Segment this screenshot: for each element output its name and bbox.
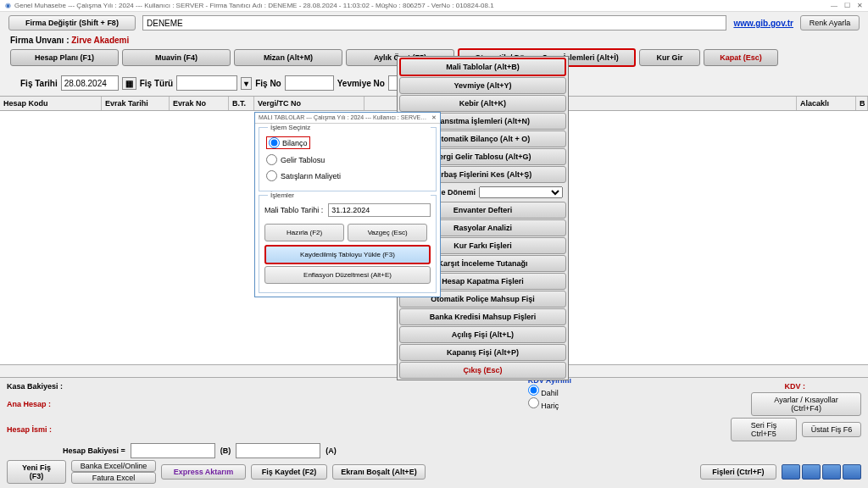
- satis-label: Satışların Maliyeti: [281, 172, 341, 180]
- bilanco-label: Bilanço: [282, 139, 308, 147]
- modal-title-bar: MALİ TABLOLAR --- Çalışma Yılı : 2024 --…: [255, 113, 440, 124]
- hesap-bakiyesi-b-input[interactable]: [131, 443, 215, 458]
- modal-title-text: MALİ TABLOLAR --- Çalışma Yılı : 2024 --…: [259, 114, 428, 121]
- vazgec-button[interactable]: Vazgeç (Esc): [348, 224, 427, 241]
- hesap-ismi-label: Hesap İsmi :: [7, 425, 52, 434]
- fis-kaydet-button[interactable]: Fiş Kaydet (F2): [251, 464, 327, 480]
- dd-acilis[interactable]: Açılış Fişi (Alt+L): [399, 326, 566, 343]
- col-b: B: [856, 97, 868, 110]
- dd-beyanname-select[interactable]: [479, 186, 563, 198]
- close-icon[interactable]: ✕: [857, 2, 863, 9]
- islem-seciniz-legend: İşlem Seçiniz: [268, 124, 431, 131]
- kur-gir-button[interactable]: Kur Gir: [639, 49, 700, 66]
- ana-hesap-label: Ana Hesap :: [7, 400, 51, 408]
- a-paren: (A): [326, 446, 337, 455]
- col-evrak-tarihi: Evrak Tarihi: [102, 97, 170, 110]
- dd-kapanis[interactable]: Kapanış Fişi (Alt+P): [399, 344, 566, 361]
- dd-yevmiye[interactable]: Yevmiye (Alt+Y): [399, 77, 566, 94]
- kdv-dahil-row[interactable]: Dahil: [528, 389, 559, 397]
- gib-link[interactable]: www.gib.gov.tr: [733, 19, 793, 28]
- bottom-panel: KDV Ayırımı Dahil Hariç Kasa Bakiyesi : …: [0, 377, 868, 488]
- firma-degistir-button[interactable]: Firma Değiştir (Shift + F8): [8, 15, 136, 30]
- calendar-icon[interactable]: ▦: [122, 77, 136, 90]
- satis-radio[interactable]: [266, 170, 277, 181]
- seri-fis-button[interactable]: Seri Fiş Ctrl+F5: [731, 418, 797, 441]
- kdv-dahil-radio[interactable]: [528, 385, 539, 396]
- b-paren: (B): [220, 446, 231, 455]
- bilanco-radio-hl: Bilanço: [266, 136, 310, 149]
- minimize-icon[interactable]: —: [831, 2, 837, 9]
- enflasyon-button[interactable]: Enflasyon Düzeltmesi (Alt+E): [264, 266, 431, 284]
- firm-unvan-value: Zirve Akademi: [71, 36, 129, 45]
- mali-tablo-tarihi-label: Mali Tablo Tarihi :: [264, 206, 323, 214]
- firma-input[interactable]: [142, 15, 726, 30]
- app-icon: ◉: [5, 2, 11, 9]
- col-alacakli: Alacaklı: [797, 97, 856, 110]
- hesap-bakiyesi-label: Hesap Bakiyesi =: [63, 446, 125, 455]
- fis-no-input[interactable]: [285, 75, 334, 91]
- mali-tablolar-modal: MALİ TABLOLAR --- Çalışma Yılı : 2024 --…: [254, 112, 441, 297]
- modal-close-icon[interactable]: ✕: [431, 114, 437, 121]
- ekrani-bosalt-button[interactable]: Ekranı Boşalt (Alt+E): [332, 464, 426, 480]
- firm-unvan-line: Firma Unvanı : Zirve Akademi: [0, 34, 868, 47]
- muavin-button[interactable]: Muavin (F4): [122, 49, 231, 66]
- fis-turu-label: Fiş Türü: [140, 79, 173, 88]
- nav-last-icon[interactable]: [843, 464, 861, 480]
- nav-next-icon[interactable]: [822, 464, 841, 480]
- fis-no-label: Fiş No: [255, 79, 281, 88]
- window-title: Genel Muhasebe --- Çalışma Yılı : 2024 -…: [14, 2, 494, 9]
- nav-prev-icon[interactable]: [802, 464, 821, 480]
- firm-unvan-label: Firma Unvanı :: [10, 36, 69, 45]
- kasa-bakiyesi-label: Kasa Bakiyesi :: [7, 382, 63, 391]
- ustat-button[interactable]: Üstat Fiş F6: [802, 422, 861, 437]
- kdv-haric-radio[interactable]: [528, 397, 539, 408]
- yevmiye-no-label: Yevmiye No: [337, 79, 385, 88]
- fatura-excel-button[interactable]: Fatura Excel: [71, 472, 156, 484]
- hazirla-button[interactable]: Hazırla (F2): [264, 224, 344, 241]
- window-title-bar: ◉ Genel Muhasebe --- Çalışma Yılı : 2024…: [0, 0, 868, 12]
- fis-tarihi-input[interactable]: [61, 75, 119, 91]
- kapat-button[interactable]: Kapat (Esc): [704, 49, 778, 66]
- ayarlar-button[interactable]: Ayarlar / Kısayollar (Ctrl+F4): [751, 392, 861, 416]
- col-vergi-tc: Vergi/TC No: [254, 97, 364, 110]
- maximize-icon[interactable]: ☐: [844, 2, 850, 9]
- fis-tarihi-label: Fiş Tarihi: [20, 79, 58, 88]
- dropdown-icon[interactable]: ▾: [241, 77, 252, 90]
- nav-first-icon[interactable]: [782, 464, 800, 480]
- dd-mali-tablolar[interactable]: Mali Tablolar (Alt+B): [399, 58, 566, 76]
- fis-turu-input[interactable]: [176, 75, 237, 91]
- mali-tablo-tarihi-input[interactable]: [328, 203, 431, 217]
- kaydedilmis-button[interactable]: Kaydedilmiş Tabloyu Yükle (F3): [264, 245, 431, 264]
- col-bt: B.T.: [229, 97, 254, 110]
- kdv-label: KDV :: [785, 382, 806, 391]
- dd-cikis[interactable]: Çıkış (Esc): [399, 362, 566, 379]
- fisleri-button[interactable]: Fişleri (Ctrl+F): [700, 464, 776, 480]
- col-evrak-no: Evrak No: [170, 97, 229, 110]
- kdv-haric-row[interactable]: Hariç: [528, 402, 559, 410]
- hesap-bakiyesi-a-input[interactable]: [236, 443, 320, 458]
- dd-kebir[interactable]: Kebir (Alt+K): [399, 95, 566, 112]
- banka-excel-button[interactable]: Banka Excel/Online: [71, 460, 156, 472]
- islemler-legend: İşlemler: [268, 191, 431, 199]
- renk-ayarla-button[interactable]: Renk Ayarla: [800, 15, 860, 30]
- yeni-fis-button[interactable]: Yeni Fiş (F3): [7, 460, 66, 484]
- col-hesap-kodu: Hesap Kodu: [0, 97, 102, 110]
- gelir-radio[interactable]: [266, 154, 277, 165]
- bilanco-radio[interactable]: [269, 137, 280, 148]
- express-aktarim-button[interactable]: Express Aktarım: [161, 464, 246, 480]
- dd-banka-kredisi[interactable]: Banka Kredisi Mahsup Fişleri: [399, 308, 566, 325]
- gelir-label: Gelir Tablosu: [281, 156, 325, 164]
- mizan-button[interactable]: Mizan (Alt+M): [234, 49, 342, 66]
- hesap-plani-button[interactable]: Hesap Planı (F1): [10, 49, 119, 66]
